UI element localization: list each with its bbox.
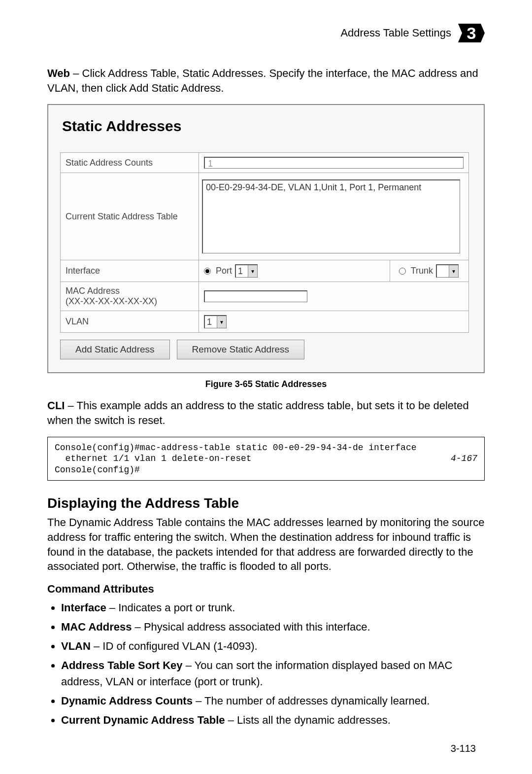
trunk-radio[interactable] — [399, 268, 406, 275]
attr-desc: – Physical address associated with this … — [132, 621, 370, 633]
list-item: Dynamic Address Counts – The number of a… — [61, 693, 485, 709]
mac-input[interactable] — [204, 290, 307, 302]
figure-caption: Figure 3-65 Static Addresses — [47, 379, 485, 389]
section-paragraph: The Dynamic Address Table contains the M… — [47, 515, 485, 574]
mac-label-line1: MAC Address — [66, 286, 120, 296]
web-lead: Web — [47, 67, 70, 79]
attr-term: Interface — [61, 601, 106, 614]
chevron-down-icon: ▼ — [217, 316, 226, 328]
mac-label-line2: (XX-XX-XX-XX-XX-XX) — [66, 296, 157, 306]
command-attributes-list: Interface – Indicates a port or trunk. M… — [50, 599, 485, 728]
attr-term: Address Table Sort Key — [61, 659, 183, 671]
attr-term: MAC Address — [61, 621, 132, 633]
current-table-listbox[interactable]: 00-E0-29-94-34-DE, VLAN 1,Unit 1, Port 1… — [202, 179, 460, 253]
code-line2: ethernet 1/1 vlan 1 delete-on-reset — [55, 454, 252, 463]
static-counts-input[interactable]: 1 — [204, 157, 464, 169]
mac-input-cell — [199, 282, 469, 311]
attr-desc: – Lists all the dynamic addresses. — [225, 714, 391, 726]
current-table-label: Current Static Address Table — [61, 173, 199, 260]
vlan-dropdown[interactable]: 1 ▼ — [204, 315, 227, 328]
chapter-badge: 3 — [458, 20, 485, 46]
list-item: VLAN – ID of configured VLAN (1-4093). — [61, 638, 485, 654]
static-counts-label: Static Address Counts — [61, 153, 199, 173]
command-attributes-subhead: Command Attributes — [47, 583, 485, 596]
list-item: Address Table Sort Key – You can sort th… — [61, 657, 485, 690]
port-value: 1 — [236, 266, 248, 277]
cli-lead: CLI — [47, 399, 65, 412]
list-item: Interface – Indicates a port or trunk. — [61, 599, 485, 616]
cli-rest: – This example adds an address to the st… — [47, 399, 469, 426]
attr-desc: – ID of configured VLAN (1-4093). — [91, 640, 258, 652]
attr-term: Dynamic Address Counts — [61, 695, 193, 707]
code-line1: Console(config)#mac-address-table static… — [55, 443, 417, 453]
add-static-address-button[interactable]: Add Static Address — [60, 340, 170, 359]
trunk-dropdown[interactable]: ▼ — [436, 264, 459, 278]
figure-title: Static Addresses — [62, 118, 469, 135]
static-counts-cell: 1 — [199, 153, 469, 173]
vlan-cell: 1 ▼ — [199, 311, 469, 333]
interface-label: Interface — [61, 260, 199, 282]
cli-code-block: Console(config)#mac-address-table static… — [47, 437, 485, 481]
interface-cell: Port 1 ▼ Trunk — [199, 260, 469, 282]
code-line3: Console(config)# — [55, 465, 140, 475]
cli-paragraph: CLI – This example adds an address to th… — [47, 398, 485, 427]
vlan-value: 1 — [205, 317, 217, 327]
attr-term: Current Dynamic Address Table — [61, 714, 225, 726]
port-label: Port — [216, 266, 232, 276]
attr-term: VLAN — [61, 640, 91, 652]
list-item: Current Dynamic Address Table – Lists al… — [61, 712, 485, 728]
web-rest: – Click Address Table, Static Addresses.… — [47, 67, 478, 94]
mac-label-cell: MAC Address (XX-XX-XX-XX-XX-XX) — [61, 282, 199, 311]
list-item: MAC Address – Physical address associate… — [61, 619, 485, 635]
current-table-cell: 00-E0-29-94-34-DE, VLAN 1,Unit 1, Port 1… — [199, 173, 469, 260]
remove-static-address-button[interactable]: Remove Static Address — [177, 340, 304, 359]
page-header: Address Table Settings 3 — [47, 20, 485, 46]
attr-desc: – Indicates a port or trunk. — [106, 601, 235, 614]
chapter-number: 3 — [467, 24, 476, 43]
static-addresses-figure: Static Addresses Static Address Counts 1… — [47, 104, 485, 373]
page-number: 3-113 — [451, 743, 476, 754]
vlan-label: VLAN — [61, 311, 199, 333]
static-addresses-table: Static Address Counts 1 Current Static A… — [60, 152, 469, 333]
attr-desc: – The number of addresses dynamically le… — [193, 695, 430, 707]
header-title: Address Table Settings — [340, 27, 451, 39]
trunk-label: Trunk — [411, 266, 433, 276]
current-table-entry: 00-E0-29-94-34-DE, VLAN 1,Unit 1, Port 1… — [206, 182, 421, 192]
web-intro-paragraph: Web – Click Address Table, Static Addres… — [47, 66, 485, 95]
port-radio[interactable] — [204, 268, 211, 275]
chevron-down-icon: ▼ — [248, 265, 257, 277]
code-ref: 4-167 — [451, 453, 477, 464]
section-heading: Displaying the Address Table — [47, 495, 485, 511]
chevron-down-icon: ▼ — [449, 265, 458, 277]
button-row: Add Static Address Remove Static Address — [60, 340, 469, 359]
port-dropdown[interactable]: 1 ▼ — [235, 264, 258, 278]
